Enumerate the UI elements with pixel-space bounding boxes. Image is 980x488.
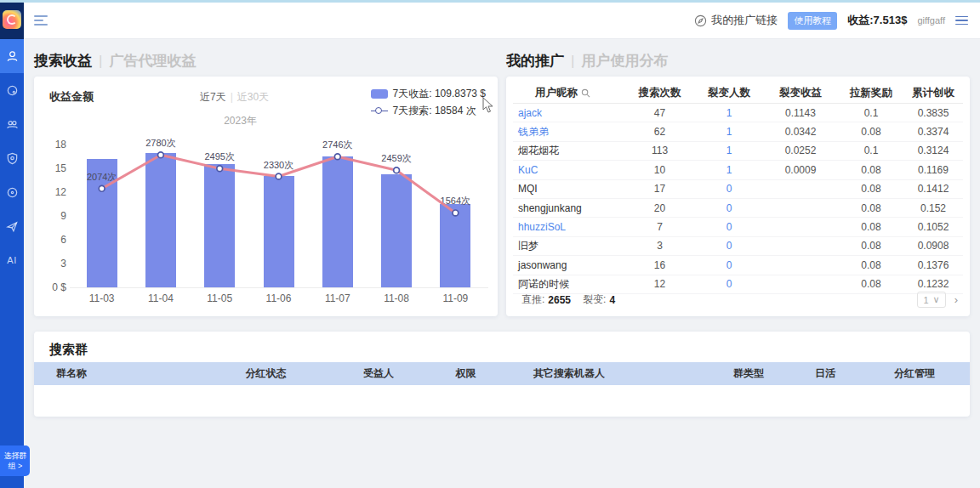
sidebar-item-team[interactable] — [0, 107, 24, 141]
bar[interactable] — [381, 174, 412, 287]
user-nickname[interactable]: MQI — [513, 183, 624, 195]
fission-count[interactable]: 0 — [696, 183, 762, 195]
user-nickname[interactable]: 旧梦 — [513, 239, 624, 253]
search-count: 47 — [624, 107, 696, 119]
groups-col-header: 群名称 — [34, 366, 200, 381]
chart-header: 收益金额 近7天|近30天 7天收益: 109.8373 $ 7天搜索: 185… — [34, 77, 498, 128]
table-row[interactable]: jasonwang 16 0 0.08 0.1376 — [513, 256, 963, 275]
search-count: 20 — [624, 202, 696, 214]
sidebar-item-security[interactable] — [0, 141, 24, 175]
legend-revenue-label: 7天收益: 109.8373 $ — [393, 87, 486, 101]
bar[interactable] — [145, 153, 176, 287]
search-count: 10 — [624, 164, 696, 176]
user-nickname[interactable]: shengjunkang — [513, 202, 624, 214]
tab-last30days[interactable]: 近30天 — [237, 91, 269, 103]
referral-reward: 0.08 — [839, 259, 903, 271]
search-count: 12 — [624, 278, 696, 290]
cumulative-revenue: 0.1376 — [903, 259, 963, 271]
revenue-chart-card: 收益金额 近7天|近30天 7天收益: 109.8373 $ 7天搜索: 185… — [34, 77, 498, 316]
logo-icon — [3, 10, 21, 29]
sidebar-item-user[interactable] — [0, 39, 24, 73]
fission-count[interactable]: 0 — [696, 240, 762, 252]
cumulative-revenue: 0.3835 — [903, 107, 963, 119]
cumulative-revenue: 0.1232 — [903, 278, 963, 290]
sidebar-item-record[interactable] — [0, 175, 24, 209]
groups-title: 搜索群 — [49, 342, 88, 358]
line-marker[interactable] — [394, 167, 400, 173]
fission-count[interactable]: 1 — [696, 145, 762, 156]
sidebar-item-discover[interactable] — [0, 73, 24, 107]
groups-col-header: 分红管理 — [859, 366, 970, 381]
tutorial-badge[interactable]: 使用教程 — [788, 12, 837, 30]
user-nickname[interactable]: ajack — [513, 107, 624, 119]
sidebar-item-send[interactable] — [0, 209, 24, 243]
search-count: 16 — [624, 259, 696, 271]
referral-reward: 0.08 — [839, 221, 903, 233]
fission-count[interactable]: 0 — [696, 278, 762, 290]
tab-last7days[interactable]: 近7天 — [200, 91, 226, 103]
data-point-label: 2495次 — [204, 150, 234, 163]
user-distribution-tab[interactable]: 用户使用分布 — [581, 53, 668, 69]
user-nickname[interactable]: KuC — [513, 164, 624, 176]
fission-revenue: 0.0009 — [762, 164, 839, 176]
search-count: 7 — [624, 221, 696, 233]
search-revenue-tab[interactable]: 搜索收益 — [34, 53, 92, 69]
select-group-badge[interactable]: 选择群 组 > — [0, 445, 30, 476]
fission-count[interactable]: 1 — [696, 126, 762, 138]
groups-col-header: 权限 — [425, 366, 506, 381]
promo-link-label: 我的推广链接 — [711, 13, 778, 28]
username[interactable]: giffgaff — [917, 15, 945, 26]
x-axis-tick: 11-03 — [77, 292, 128, 304]
user-nickname[interactable]: hhuzziSoL — [513, 221, 624, 233]
fission-value: 4 — [609, 294, 615, 306]
ad-agency-revenue-tab[interactable]: 广告代理收益 — [109, 53, 196, 69]
fission-count[interactable]: 0 — [696, 202, 762, 214]
table-row[interactable]: shengjunkang 20 0 0.08 0.152 — [513, 199, 963, 218]
user-nickname[interactable]: 阿诺的时候 — [513, 277, 624, 292]
table-row[interactable]: 钱弟弟 62 1 0.0342 0.08 0.3374 — [513, 122, 963, 141]
bar[interactable] — [440, 204, 470, 287]
select-group-line1: 选择群 — [3, 451, 28, 461]
x-axis-line — [70, 287, 488, 288]
table-row[interactable]: ajack 47 1 0.1143 0.1 0.3835 — [513, 104, 963, 122]
groups-col-header: 其它搜索机器人 — [506, 366, 706, 381]
menu-icon[interactable] — [955, 16, 968, 26]
legend-revenue[interactable]: 7天收益: 109.8373 $ — [371, 85, 486, 102]
fission-count[interactable]: 0 — [696, 221, 762, 233]
app-logo[interactable] — [0, 0, 24, 39]
page-select[interactable]: 1 ∨ — [917, 292, 945, 308]
next-page-button[interactable]: › — [954, 293, 958, 306]
table-row[interactable]: MQI 17 0 0.08 0.1412 — [513, 180, 963, 199]
data-point-label: 2746次 — [322, 139, 352, 151]
x-axis-tick: 11-06 — [254, 292, 305, 304]
promo-link[interactable]: 我的推广链接 — [694, 13, 778, 28]
bar[interactable] — [264, 176, 294, 287]
table-row[interactable]: 旧梦 3 0 0.08 0.0908 — [513, 237, 963, 256]
bar[interactable] — [322, 156, 353, 287]
sidebar: AI — [0, 0, 24, 488]
user-nickname[interactable]: jasonwang — [513, 259, 624, 271]
x-axis-tick: 11-07 — [312, 292, 363, 304]
groups-col-header: 群类型 — [706, 366, 791, 381]
data-point-label: 2330次 — [264, 159, 293, 172]
table-row[interactable]: 烟花烟花 113 1 0.0252 0.1 0.3124 — [513, 142, 963, 161]
referral-reward: 0.08 — [839, 240, 903, 252]
search-icon[interactable] — [581, 88, 590, 98]
table-row[interactable]: hhuzziSoL 7 0 0.08 0.1052 — [513, 218, 963, 236]
user-nickname[interactable]: 钱弟弟 — [513, 125, 624, 139]
page-number: 1 — [923, 295, 928, 305]
fission-count[interactable]: 1 — [696, 107, 762, 119]
user-nickname[interactable]: 烟花烟花 — [513, 144, 624, 158]
chart-year-label: 2023年 — [34, 114, 447, 128]
my-promotion-tab[interactable]: 我的推广 — [506, 53, 564, 69]
cumulative-revenue: 0.1052 — [903, 221, 963, 233]
table-row[interactable]: KuC 10 1 0.0009 0.08 0.1169 — [513, 161, 963, 179]
fission-count[interactable]: 0 — [696, 259, 762, 271]
revenue-text: 收益:7.513$ — [847, 13, 907, 28]
sidebar-item-ai[interactable]: AI — [0, 243, 24, 277]
col-header: 搜索次数 — [624, 86, 696, 100]
target-icon — [6, 186, 19, 199]
fission-count[interactable]: 1 — [696, 164, 762, 176]
collapse-menu-icon[interactable] — [34, 15, 48, 26]
bar[interactable] — [204, 164, 235, 287]
